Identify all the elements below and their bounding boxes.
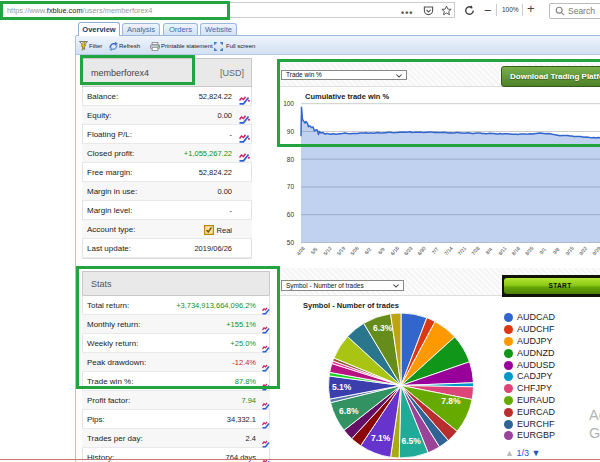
svg-text:5.1%: 5.1% <box>332 382 352 392</box>
svg-text:6.3%: 6.3% <box>373 323 393 333</box>
svg-text:6.5%: 6.5% <box>401 436 421 446</box>
svg-text:6.8%: 6.8% <box>339 406 359 416</box>
svg-text:7.8%: 7.8% <box>441 396 461 406</box>
svg-text:7.1%: 7.1% <box>371 433 391 443</box>
